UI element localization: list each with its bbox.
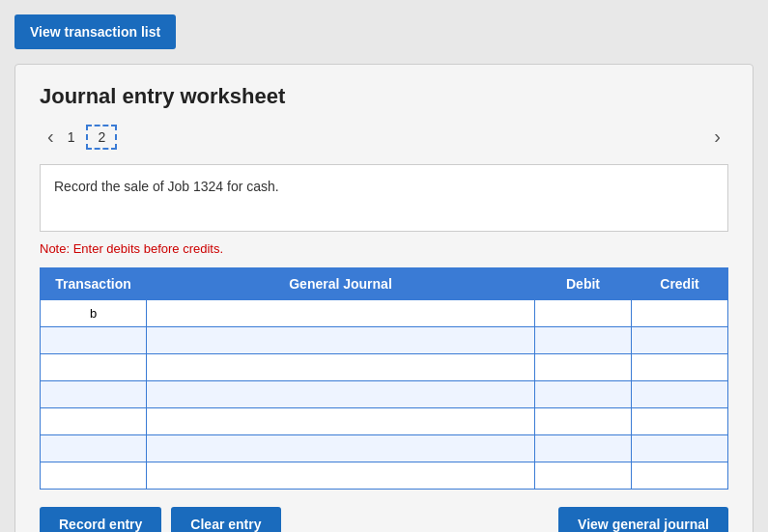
clear-entry-button[interactable]: Clear entry	[171, 507, 280, 532]
header-general-journal: General Journal	[147, 268, 535, 300]
input-debit-3[interactable]	[541, 387, 625, 402]
input-journal-6[interactable]	[153, 468, 528, 483]
table-row: b	[41, 300, 728, 327]
top-bar: View transaction list	[14, 14, 754, 49]
cell-journal-5[interactable]	[147, 435, 535, 462]
header-transaction: Transaction	[41, 268, 147, 300]
page-2-active[interactable]: 2	[86, 125, 117, 150]
table-row	[41, 435, 728, 462]
input-credit-3[interactable]	[638, 387, 722, 402]
table-row	[41, 327, 728, 354]
input-debit-2[interactable]	[541, 360, 625, 375]
input-debit-6[interactable]	[541, 468, 625, 483]
cell-transaction-6	[41, 462, 147, 490]
cell-journal-0[interactable]	[147, 300, 535, 327]
worksheet-container: Journal entry worksheet ‹ 1 2 › Record t…	[14, 64, 754, 532]
cell-debit-4[interactable]	[535, 408, 632, 435]
cell-transaction-0: b	[41, 300, 147, 327]
input-credit-6[interactable]	[638, 468, 722, 483]
input-debit-5[interactable]	[541, 441, 625, 456]
cell-journal-6[interactable]	[147, 462, 535, 490]
journal-table: Transaction General Journal Debit Credit…	[40, 267, 728, 490]
input-journal-3[interactable]	[153, 387, 528, 402]
cell-transaction-5	[41, 435, 147, 462]
cell-journal-4[interactable]	[147, 408, 535, 435]
cell-credit-4[interactable]	[632, 408, 728, 435]
cell-debit-6[interactable]	[535, 462, 632, 490]
input-credit-1[interactable]	[638, 333, 722, 348]
input-debit-4[interactable]	[541, 414, 625, 429]
cell-credit-6[interactable]	[632, 462, 728, 490]
input-debit-1[interactable]	[541, 333, 625, 348]
cell-debit-3[interactable]	[535, 381, 632, 408]
record-entry-button[interactable]: Record entry	[40, 507, 161, 532]
page-1[interactable]: 1	[68, 129, 75, 145]
input-credit-0[interactable]	[638, 306, 722, 321]
table-header-row: Transaction General Journal Debit Credit	[41, 268, 728, 300]
view-general-journal-button[interactable]: View general journal	[558, 507, 728, 532]
cell-credit-5[interactable]	[632, 435, 728, 462]
cell-debit-5[interactable]	[535, 435, 632, 462]
note-text: Note: Enter debits before credits.	[40, 241, 728, 256]
cell-journal-3[interactable]	[147, 381, 535, 408]
input-journal-4[interactable]	[153, 414, 528, 429]
bottom-buttons: Record entry Clear entry View general jo…	[40, 507, 728, 532]
input-journal-5[interactable]	[153, 441, 528, 456]
instruction-box: Record the sale of Job 1324 for cash.	[40, 164, 728, 232]
cell-credit-0[interactable]	[632, 300, 728, 327]
next-page-button[interactable]: ›	[706, 124, 728, 150]
cell-credit-2[interactable]	[632, 354, 728, 381]
input-debit-0[interactable]	[541, 306, 625, 321]
cell-journal-1[interactable]	[147, 327, 535, 354]
prev-page-button[interactable]: ‹	[40, 124, 62, 150]
cell-credit-1[interactable]	[632, 327, 728, 354]
input-credit-2[interactable]	[638, 360, 722, 375]
cell-transaction-2	[41, 354, 147, 381]
cell-debit-1[interactable]	[535, 327, 632, 354]
worksheet-title: Journal entry worksheet	[40, 84, 728, 109]
cell-debit-0[interactable]	[535, 300, 632, 327]
cell-transaction-1	[41, 327, 147, 354]
pagination: ‹ 1 2 ›	[40, 124, 728, 150]
input-journal-2[interactable]	[153, 360, 528, 375]
table-row	[41, 354, 728, 381]
cell-journal-2[interactable]	[147, 354, 535, 381]
header-debit: Debit	[535, 268, 632, 300]
cell-transaction-4	[41, 408, 147, 435]
cell-credit-3[interactable]	[632, 381, 728, 408]
table-row	[41, 462, 728, 490]
input-journal-0[interactable]	[153, 306, 528, 321]
view-transaction-button[interactable]: View transaction list	[14, 14, 176, 49]
cell-debit-2[interactable]	[535, 354, 632, 381]
input-journal-1[interactable]	[153, 333, 528, 348]
header-credit: Credit	[632, 268, 728, 300]
input-credit-5[interactable]	[638, 441, 722, 456]
table-row	[41, 408, 728, 435]
cell-transaction-3	[41, 381, 147, 408]
input-credit-4[interactable]	[638, 414, 722, 429]
table-row	[41, 381, 728, 408]
